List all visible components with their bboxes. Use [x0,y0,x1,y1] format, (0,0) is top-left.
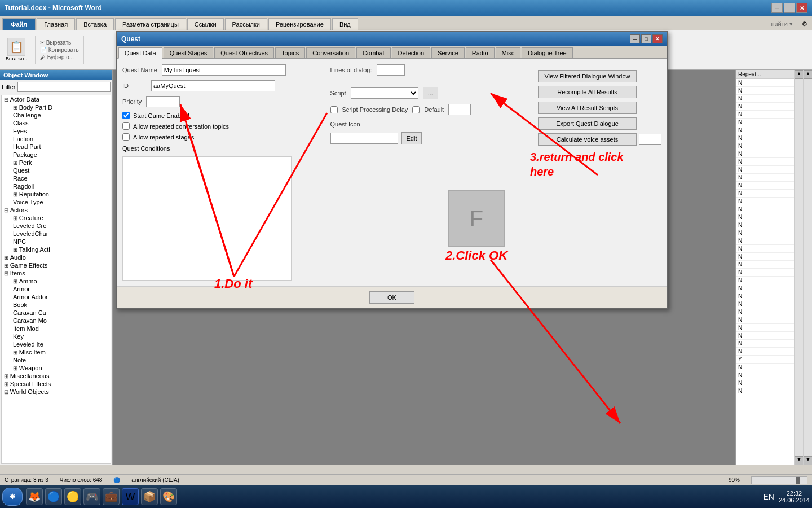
tab-home[interactable]: Главная [37,18,75,30]
tab-insert[interactable]: Вставка [76,18,114,30]
quest-name-input[interactable] [162,64,286,76]
tab-quest-data[interactable]: Quest Data [118,47,162,59]
maximize-btn[interactable]: □ [784,3,795,13]
tree-item-voice-type[interactable]: Voice Type [11,198,111,206]
taskbar-icon-browser3[interactable]: 🟡 [64,488,81,505]
tree-item-leveled-cre[interactable]: Leveled Cre [11,222,111,230]
tab-layout[interactable]: Разметка страницы [115,18,186,30]
minimize-btn[interactable]: ─ [771,3,783,13]
scrollbar-down[interactable]: ▼ [795,456,804,465]
taskbar-icon-firefox[interactable]: 🦊 [26,488,43,505]
format-painter-btn[interactable]: 🖌 Буфер о... [40,54,79,60]
account-btn[interactable]: ⚙ [797,18,812,30]
calculate-voice-input[interactable] [639,134,661,145]
tab-topics[interactable]: Topics [275,47,305,58]
paste-btn[interactable]: 📋 Вставить [2,36,30,64]
tree-item-quest[interactable]: Quest [11,167,111,174]
taskbar-icon-browser2[interactable]: 🔵 [45,488,62,505]
tree-item-talking-acti[interactable]: Talking Acti [11,246,111,253]
tree-item-head-part[interactable]: Head Part [11,143,111,151]
tab-dialogue-tree[interactable]: Dialogue Tree [522,47,573,58]
tab-radio[interactable]: Radio [466,47,495,58]
tree-item-leveled-item[interactable]: Leveled Ite [11,340,111,348]
taskbar-icon-game[interactable]: 🎮 [83,488,100,505]
tree-item-perk[interactable]: Perk [11,159,111,167]
recompile-btn[interactable]: Recompile All Results [538,86,637,98]
script-delay-checkbox[interactable] [330,106,338,113]
tree-item-leveled-char[interactable]: LeveledChar [11,230,111,238]
default-checkbox[interactable] [412,106,420,113]
filter-input[interactable] [17,82,111,92]
tree-item-ragdoll[interactable]: Ragdoll [11,182,111,190]
tree-item-items[interactable]: Items [2,269,111,277]
edit-btn[interactable]: Edit [401,132,422,144]
tab-review[interactable]: Рецензирование [268,18,331,30]
quest-close-btn[interactable]: ✕ [652,34,663,43]
taskbar-icon-word[interactable]: W [122,488,139,505]
ok-btn[interactable]: OK [369,291,414,304]
script-dots-btn[interactable]: ... [423,87,438,99]
script-select[interactable] [351,87,418,99]
tab-quest-objectives[interactable]: Quest Objectives [214,47,274,58]
tree-item-key[interactable]: Key [11,332,111,340]
scrollbar-up[interactable]: ▲ [795,70,804,79]
tab-view[interactable]: Вид [332,18,358,30]
tree-item-miscellaneous[interactable]: Miscellaneous [2,372,111,380]
view-all-btn[interactable]: View All Result Scripts [538,102,637,114]
copy-btn[interactable]: 📄 Копировать [40,47,79,53]
tree-item-game-effects[interactable]: Game Effects [2,261,111,269]
tree-item-weapon[interactable]: Weapon [11,364,111,372]
main-scroll-down[interactable]: ▼ [804,456,812,465]
tab-detection[interactable]: Detection [392,47,430,58]
start-button[interactable]: ❋ [2,488,23,506]
search-btn[interactable]: найти ▾ [766,18,797,30]
tab-service[interactable]: Service [431,47,465,58]
tree-item-armor[interactable]: Armor [11,285,111,293]
start-game-enabled-checkbox[interactable] [122,112,130,119]
export-btn[interactable]: Export Quest Dialogue [538,117,637,130]
tree-item-race[interactable]: Race [11,174,111,182]
tree-item-caravan-ca[interactable]: Caravan Ca [11,309,111,317]
quest-maximize-btn[interactable]: □ [641,34,651,43]
tree-item-note[interactable]: Note [11,356,111,364]
lines-of-dialog-input[interactable] [377,64,405,76]
tab-references[interactable]: Ссылки [187,18,224,30]
tab-combat[interactable]: Combat [356,47,391,58]
taskbar-icon-package[interactable]: 📦 [141,488,158,505]
taskbar-icon-paint[interactable]: 🎨 [160,488,177,505]
delay-value-input[interactable] [448,104,471,115]
tree-item-item-mod[interactable]: Item Mod [11,325,111,332]
tree-item-world-objects[interactable]: World Objects [2,388,111,396]
tree-item-challenge[interactable]: Challenge [11,111,111,119]
tree-item-faction[interactable]: Faction [11,135,111,143]
tab-file[interactable]: Файл [2,18,36,30]
tree-item-ammo[interactable]: Ammo [11,277,111,285]
id-input[interactable] [151,80,275,91]
tree-item-book[interactable]: Book [11,301,111,309]
tree-item-audio[interactable]: Audio [2,253,111,261]
tree-item-body-part[interactable]: Body Part D [11,103,111,111]
tree-item-package[interactable]: Package [11,151,111,159]
calculate-voice-btn[interactable]: Calculate voice assets [538,133,637,146]
zoom-slider[interactable] [751,476,807,484]
tree-item-npc[interactable]: NPC [11,238,111,246]
tree-item-actor-data[interactable]: Actor Data [2,95,111,103]
main-scroll-up[interactable]: ▲ [804,70,812,79]
tree-item-class[interactable]: Class [11,119,111,127]
close-btn[interactable]: ✕ [796,3,807,13]
quest-minimize-btn[interactable]: ─ [630,34,640,43]
tree-item-misc-item[interactable]: Misc Item [11,348,111,356]
tab-misc[interactable]: Misc [496,47,521,58]
view-filtered-btn[interactable]: View Filtered Dialogue Window [538,70,637,82]
tree-item-actors[interactable]: Actors [2,206,111,214]
tree-item-reputation[interactable]: Reputation [11,190,111,198]
tree-item-caravan-mo[interactable]: Caravan Mo [11,317,111,325]
tab-quest-stages[interactable]: Quest Stages [164,47,214,58]
allow-repeated-checkbox[interactable] [122,122,130,130]
priority-input[interactable] [146,96,180,107]
allow-repeated-stages-checkbox[interactable] [122,133,130,141]
language-indicator[interactable]: EN [763,492,774,501]
tree-item-eyes[interactable]: Eyes [11,127,111,135]
cut-btn[interactable]: ✂ Вырезать [40,40,79,46]
tree-item-special-effects[interactable]: Special Effects [2,380,111,388]
